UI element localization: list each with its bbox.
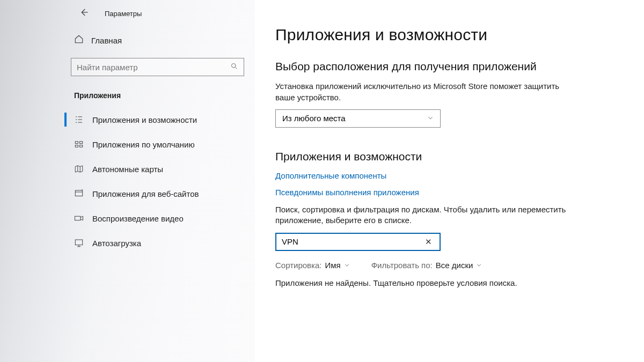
sidebar: Параметры Главная Приложения Приложения … <box>0 0 255 362</box>
sort-label: Сортировка: <box>275 261 322 270</box>
sidebar-item-label: Воспроизведение видео <box>92 214 184 223</box>
home-icon <box>74 34 84 46</box>
svg-point-0 <box>232 63 236 68</box>
sidebar-nav: Приложения и возможности Приложения по у… <box>64 107 255 255</box>
sidebar-item-label: Автозагрузка <box>92 239 141 248</box>
sidebar-section-title: Приложения <box>64 88 255 107</box>
svg-rect-4 <box>80 145 83 147</box>
sidebar-item-label: Приложения по умолчанию <box>92 140 195 149</box>
svg-rect-3 <box>80 142 83 144</box>
chevron-down-icon <box>344 261 350 270</box>
chevron-down-icon <box>427 114 434 123</box>
title-bar: Параметры <box>64 8 255 19</box>
svg-rect-5 <box>75 190 83 196</box>
sidebar-item-web-apps[interactable]: Приложения для веб-сайтов <box>64 181 255 206</box>
svg-rect-2 <box>75 145 78 147</box>
chevron-down-icon <box>476 261 482 270</box>
link-optional-features[interactable]: Дополнительные компоненты <box>275 171 628 180</box>
clear-icon[interactable]: ✕ <box>423 237 434 247</box>
web-apps-icon <box>74 189 84 198</box>
section2-hint: Поиск, сортировка и фильтрация по дискам… <box>275 204 576 226</box>
dropdown-value: Из любого места <box>282 114 346 123</box>
section1-heading: Выбор расположения для получения приложе… <box>275 59 576 73</box>
link-execution-aliases[interactable]: Псевдонимы выполнения приложения <box>275 188 628 197</box>
section2-heading: Приложения и возможности <box>275 149 576 164</box>
sidebar-item-default-apps[interactable]: Приложения по умолчанию <box>64 132 255 157</box>
svg-rect-6 <box>75 216 81 220</box>
maps-icon <box>74 164 84 174</box>
svg-rect-1 <box>75 142 78 144</box>
no-results-text: Приложения не найдены. Тщательно проверь… <box>275 278 628 287</box>
sidebar-item-video-playback[interactable]: Воспроизведение видео <box>64 206 255 231</box>
startup-icon <box>74 238 84 248</box>
sidebar-item-startup[interactable]: Автозагрузка <box>64 231 255 255</box>
apps-list-icon <box>74 115 84 124</box>
sort-dropdown[interactable]: Сортировка: Имя <box>275 261 350 270</box>
sidebar-item-apps-features[interactable]: Приложения и возможности <box>64 107 255 132</box>
sidebar-home[interactable]: Главная <box>64 29 255 51</box>
window-title: Параметры <box>105 10 142 18</box>
home-label: Главная <box>91 36 122 45</box>
sidebar-item-label: Приложения для веб-сайтов <box>92 189 199 198</box>
svg-rect-7 <box>75 240 83 245</box>
section1-description: Установка приложений исключительно из Mi… <box>275 81 576 103</box>
filter-label: Фильтровать по: <box>371 261 433 270</box>
sidebar-item-label: Приложения и возможности <box>92 115 197 124</box>
settings-search[interactable] <box>71 58 244 76</box>
app-source-dropdown[interactable]: Из любого места <box>275 109 441 128</box>
app-search-input[interactable] <box>282 237 423 246</box>
search-icon <box>230 62 238 72</box>
page-title: Приложения и возможности <box>275 26 628 44</box>
sort-filter-row: Сортировка: Имя Фильтровать по: Все диск… <box>275 261 628 270</box>
filter-dropdown[interactable]: Фильтровать по: Все диски <box>371 261 482 270</box>
app-search-box[interactable]: ✕ <box>275 233 441 251</box>
settings-search-input[interactable] <box>77 63 226 72</box>
sort-value: Имя <box>325 261 341 270</box>
back-icon[interactable] <box>79 8 89 19</box>
sidebar-item-offline-maps[interactable]: Автономные карты <box>64 157 255 181</box>
sidebar-item-label: Автономные карты <box>92 165 163 174</box>
main-content: Приложения и возможности Выбор расположе… <box>255 0 644 362</box>
defaults-icon <box>74 139 84 149</box>
video-icon <box>74 213 84 223</box>
filter-value: Все диски <box>436 261 473 270</box>
